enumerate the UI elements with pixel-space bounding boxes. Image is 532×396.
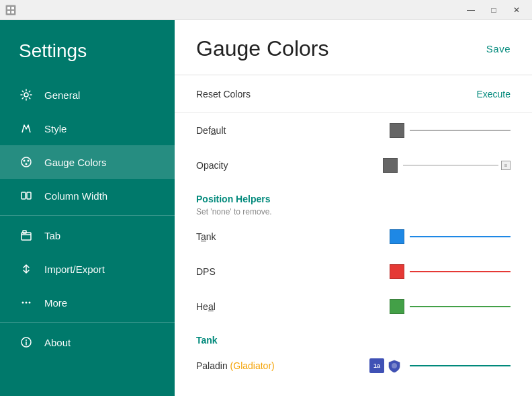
svg-point-5: [24, 93, 28, 97]
minimize-button[interactable]: —: [461, 0, 481, 20]
svg-point-18: [26, 340, 27, 341]
paladin-right: 1a: [275, 358, 511, 373]
opacity-label: Opacity: [196, 160, 228, 171]
reset-colors-label: Reset Colors: [196, 89, 251, 100]
svg-point-9: [26, 163, 28, 165]
tank-color-swatch[interactable]: [390, 229, 404, 244]
sidebar-item-gauge-colors-label: Gauge Colors: [44, 157, 107, 168]
column-width-icon: [19, 188, 34, 203]
opacity-line: [403, 165, 498, 166]
paladin-badge: 1a: [369, 358, 384, 373]
content-header: Gauge Colors Save: [175, 20, 532, 75]
sidebar-item-more[interactable]: More: [0, 286, 175, 319]
sidebar-item-general-label: General: [44, 89, 80, 101]
position-helpers-subtitle: Set 'none' to remove.: [196, 207, 511, 216]
save-button[interactable]: Save: [486, 43, 511, 54]
svg-point-14: [22, 302, 24, 304]
svg-rect-0: [6, 5, 15, 15]
sidebar-item-general[interactable]: General: [0, 78, 175, 112]
tank-color-right: [216, 229, 511, 244]
content-area: Gauge Colors Save Reset Colors Execute D…: [175, 20, 532, 396]
sidebar-item-import-export[interactable]: Import/Export: [0, 252, 175, 286]
svg-rect-10: [21, 192, 26, 199]
tank-color-row: Tank: [175, 219, 532, 254]
tank-color-line: [410, 236, 511, 237]
svg-rect-13: [23, 231, 26, 233]
tank-section-header: Tank: [175, 324, 532, 348]
position-helpers-title: Position Helpers: [196, 194, 511, 204]
close-button[interactable]: ✕: [506, 0, 527, 20]
default-line: [410, 130, 511, 131]
sidebar-item-more-label: More: [44, 297, 67, 309]
page-title: Gauge Colors: [196, 36, 328, 61]
svg-rect-2: [11, 7, 14, 9]
svg-rect-1: [7, 7, 10, 9]
execute-button[interactable]: Execute: [476, 89, 511, 100]
info-icon: [19, 335, 34, 350]
sidebar-item-about[interactable]: About: [0, 325, 175, 359]
default-color-swatch[interactable]: [390, 123, 404, 138]
default-color-label: Default: [196, 125, 226, 136]
main-layout: Settings General Style: [0, 20, 532, 396]
default-color-right: [226, 123, 511, 138]
paladin-label: Paladin (Gladiator): [196, 360, 275, 371]
sidebar-item-column-width-label: Column Width: [44, 190, 107, 202]
tank-line: [410, 236, 511, 237]
opacity-slider[interactable]: ≡: [403, 161, 511, 170]
dps-label: DPS: [196, 266, 216, 277]
sidebar-item-gauge-colors[interactable]: Gauge Colors: [0, 145, 175, 179]
opacity-right: ≡: [228, 158, 511, 173]
svg-point-7: [24, 160, 26, 162]
paladin-line: [410, 365, 511, 366]
svg-point-8: [28, 160, 30, 162]
maximize-button[interactable]: □: [484, 0, 504, 20]
svg-rect-4: [11, 11, 14, 13]
tank-section-title: Tank: [196, 335, 511, 346]
divider-2: [0, 322, 175, 323]
sidebar-item-tab-label: Tab: [44, 230, 60, 241]
heal-color-row: Heal: [175, 289, 532, 324]
import-export-icon: [19, 262, 34, 276]
title-bar: — □ ✕: [0, 0, 532, 20]
opacity-swatch[interactable]: [383, 158, 398, 173]
sidebar-item-about-label: About: [44, 337, 71, 348]
default-color-line: [410, 130, 511, 131]
tab-icon: [19, 228, 34, 243]
reset-colors-row: Reset Colors Execute: [175, 75, 532, 113]
paladin-shield-icon: [387, 358, 402, 373]
sidebar-item-style[interactable]: Style: [0, 112, 175, 145]
svg-point-16: [29, 302, 31, 304]
dps-color-row: DPS: [175, 254, 532, 289]
gear-icon: [19, 87, 34, 102]
paladin-row: Paladin (Gladiator) 1a: [175, 348, 532, 383]
svg-point-15: [26, 302, 28, 304]
dps-color-swatch[interactable]: [390, 264, 404, 279]
sidebar-nav: General Style: [0, 78, 175, 396]
app-icon: [5, 5, 16, 15]
position-helpers-section: Position Helpers Set 'none' to remove.: [175, 183, 532, 219]
title-bar-controls: — □ ✕: [461, 0, 527, 20]
heal-color-line: [410, 306, 511, 307]
opacity-handle[interactable]: ≡: [501, 161, 511, 170]
heal-label: Heal: [196, 301, 216, 312]
svg-rect-3: [7, 11, 10, 13]
sidebar-item-column-width[interactable]: Column Width: [0, 179, 175, 212]
sidebar-item-style-label: Style: [44, 123, 66, 134]
dps-line: [410, 271, 511, 272]
title-bar-left: [5, 5, 16, 15]
sidebar-title: Settings: [0, 20, 175, 78]
dps-color-line: [410, 271, 511, 272]
divider-1: [0, 215, 175, 216]
svg-rect-11: [27, 192, 31, 199]
heal-color-swatch[interactable]: [390, 299, 404, 314]
sidebar-item-import-export-label: Import/Export: [44, 264, 105, 275]
paladin-color-line-container: [410, 365, 511, 366]
sidebar: Settings General Style: [0, 20, 175, 396]
heal-color-right: [216, 299, 511, 314]
sidebar-item-tab[interactable]: Tab: [0, 219, 175, 252]
svg-point-6: [21, 157, 31, 167]
default-color-row: Default: [175, 113, 532, 148]
content-body: Reset Colors Execute Default Opacity: [175, 75, 532, 396]
more-icon: [19, 295, 34, 310]
svg-point-19: [392, 363, 397, 368]
